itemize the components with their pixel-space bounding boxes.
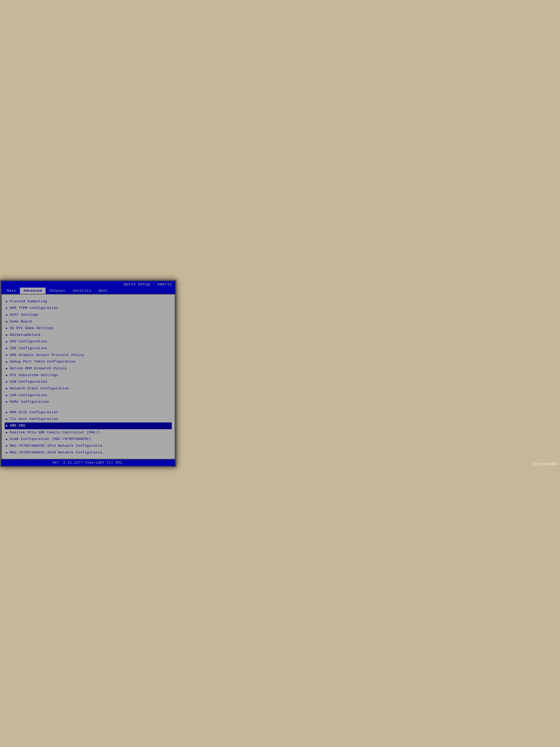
menu-item-ami-graphic[interactable]: ▶AMI Graphic Output Protocol Policy <box>5 352 172 359</box>
menu-item-label: PCI Subsystem Settings <box>10 373 58 378</box>
menu-item-label: AMD fTPM configuration <box>10 306 58 311</box>
menu-item-mac-ipv4[interactable]: ▶MAC:7070FC00AFDC-IPv4 Network Configura… <box>5 443 172 449</box>
arrow-icon: ▶ <box>6 306 8 310</box>
tab-main[interactable]: Main <box>3 288 20 294</box>
menu-item-label: RAM Disk Configuration <box>10 410 58 415</box>
arrow-icon: ▶ <box>6 300 8 304</box>
menu-item-label: Option ROM Dispatch Policy <box>10 366 67 371</box>
menu-item-label: Debug Port Table Configuration <box>10 359 76 364</box>
arrow-icon: ▶ <box>6 387 8 391</box>
arrow-icon: ▶ <box>6 424 8 428</box>
tab-security[interactable]: Security <box>69 288 95 294</box>
tab-bar: MainAdvancedChipsetSecurityBoot <box>1 288 175 294</box>
menu-item-label: Demo Board <box>10 319 32 324</box>
arrow-icon: ▶ <box>6 313 8 317</box>
menu-item-label: CSM Configuration <box>10 393 47 398</box>
menu-item-tls-auth[interactable]: ▶Tls Auth Configuration <box>5 416 172 423</box>
menu-item-pci-subsystem[interactable]: ▶PCI Subsystem Settings <box>5 372 172 379</box>
arrow-icon: ▶ <box>6 353 8 357</box>
arrow-icon: ▶ <box>6 360 8 364</box>
menu-item-amisetupnvlock[interactable]: ▶AmiSetupNvlock <box>5 332 172 338</box>
menu-item-label: CPU Configuration <box>10 339 47 344</box>
menu-item-network-stack[interactable]: ▶Network Stack Configuration <box>5 385 172 392</box>
arrow-icon: ▶ <box>6 326 8 330</box>
arrow-icon: ▶ <box>6 373 8 377</box>
menu-item-csm-config[interactable]: ▶CSM Configuration <box>5 392 172 399</box>
menu-item-label: Network Stack Configuration <box>10 386 69 391</box>
menu-item-label: NVMe Configuration <box>10 400 50 405</box>
menu-item-label: Tls Auth Configuration <box>10 417 58 422</box>
menu-item-option-rom-dispatch[interactable]: ▶Option ROM Dispatch Policy <box>5 365 172 372</box>
menu-item-trusted-computing[interactable]: ▶Trusted Computing <box>5 298 172 305</box>
watermark: 知乎 @我是四海飘零 <box>533 462 558 466</box>
menu-item-amd-ftpm[interactable]: ▶AMD fTPM configuration <box>5 305 172 312</box>
arrow-icon: ▶ <box>6 319 8 324</box>
menu-item-label: Realtek PCIe GBE Family Controller (MAC:… <box>10 430 102 435</box>
menu-item-demo-board[interactable]: ▶Demo Board <box>5 318 172 325</box>
menu-item-vlan-config[interactable]: ▶VLAN Configuration (MAC:7070FC00AFDC) <box>5 436 172 443</box>
arrow-icon: ▶ <box>6 340 8 344</box>
arrow-icon: ▶ <box>6 393 8 397</box>
menu-item-usb-config[interactable]: ▶USB Configuration <box>5 379 172 385</box>
menu-item-ide-config[interactable]: ▶IDE Configuration <box>5 345 172 352</box>
bottom-bar: Ver. 2.21.1277 Copyright (C) 202… <box>1 459 175 466</box>
arrow-icon: ▶ <box>6 333 8 337</box>
menu-item-cpu-config[interactable]: ▶CPU Configuration <box>5 338 172 345</box>
arrow-icon: ▶ <box>6 366 8 370</box>
tab-boot[interactable]: Boot <box>95 288 111 294</box>
menu-item-mac-ipv6[interactable]: ▶MAC:7070FC00AFDC-IPv6 Network Configura… <box>5 449 172 456</box>
menu-item-label: AmiSetupNvlock <box>10 333 41 338</box>
menu-item-label: S5 RTC Wake Settings <box>10 326 54 331</box>
menu-item-label: Trusted Computing <box>10 299 47 304</box>
menu-item-nvme-config[interactable]: ▶NVMe Configuration <box>5 398 172 406</box>
arrow-icon: ▶ <box>6 450 8 455</box>
menu-item-ram-disk[interactable]: ▶RAM Disk Configuration <box>5 409 172 416</box>
arrow-icon: ▶ <box>6 400 8 404</box>
arrow-icon: ▶ <box>6 431 8 435</box>
tab-advanced[interactable]: Advanced <box>20 288 46 294</box>
menu-item-realtek-pcie[interactable]: ▶Realtek PCIe GBE Family Controller (MAC… <box>5 429 172 436</box>
tab-chipset[interactable]: Chipset <box>46 288 69 294</box>
menu-item-label: AMD CBS <box>10 423 25 429</box>
menu-item-label: VLAN Configuration (MAC:7070FC00AFDC) <box>10 437 91 442</box>
menu-item-acpi-settings[interactable]: ▶ACPI Settings <box>5 312 172 318</box>
menu-item-label: MAC:7070FC00AFDC-IPv4 Network Configurat… <box>10 443 104 448</box>
menu-item-label: MAC:7070FC00AFDC-IPv6 Network Configurat… <box>10 450 104 455</box>
menu-spacer <box>5 406 172 409</box>
arrow-icon: ▶ <box>6 444 8 448</box>
title-bar: Aptio Setup - Americ <box>1 281 175 288</box>
arrow-icon: ▶ <box>6 346 8 351</box>
arrow-icon: ▶ <box>6 417 8 421</box>
menu-list: ▶Trusted Computing▶AMD fTPM configuratio… <box>5 298 172 456</box>
menu-item-label: AMI Graphic Output Protocol Policy <box>10 353 84 358</box>
arrow-icon: ▶ <box>6 410 8 414</box>
menu-item-label: IDE Configuration <box>10 346 47 351</box>
menu-item-debug-port-table[interactable]: ▶Debug Port Table Configuration <box>5 358 172 365</box>
menu-item-label: ACPI Settings <box>10 312 38 317</box>
menu-item-s5-rtc-wake[interactable]: ▶S5 RTC Wake Settings <box>5 325 172 332</box>
arrow-icon: ▶ <box>6 380 8 384</box>
menu-item-label: USB Configuration <box>10 379 47 385</box>
arrow-icon: ▶ <box>6 437 8 441</box>
menu-item-amd-cbs[interactable]: ▶AMD CBS <box>5 422 172 429</box>
content-area: ▶Trusted Computing▶AMD fTPM configuratio… <box>1 294 175 460</box>
